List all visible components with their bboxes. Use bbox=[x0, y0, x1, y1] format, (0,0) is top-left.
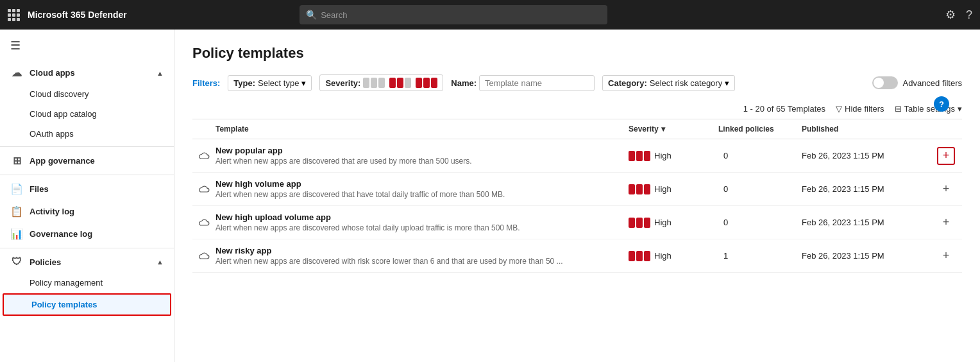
name-filter: Name: bbox=[451, 75, 595, 91]
row-template-desc: Alert when new apps are discovered that … bbox=[215, 190, 629, 199]
chevron-down-icon: ▾ bbox=[958, 104, 962, 114]
severity-indicator bbox=[629, 151, 650, 161]
category-filter-dropdown[interactable]: Category: Select risk category ▾ bbox=[602, 75, 735, 91]
row-cloud-icon bbox=[192, 151, 215, 160]
sev-bar-5 bbox=[397, 78, 403, 88]
row-linked-policies: 0 bbox=[718, 218, 802, 227]
severity-indicator bbox=[629, 184, 650, 194]
settings-icon[interactable]: ⚙ bbox=[945, 8, 956, 22]
advanced-toggle[interactable]: Advanced filters bbox=[872, 76, 963, 89]
divider-2 bbox=[0, 175, 174, 175]
row-template-name: New risky app bbox=[215, 246, 629, 255]
table-row: New risky app Alert when new apps are di… bbox=[192, 239, 962, 273]
row-severity: High bbox=[629, 151, 718, 161]
row-template-desc: Alert when new apps are discovered with … bbox=[215, 257, 629, 266]
sidebar-item-policies[interactable]: 🛡 Policies ▲ bbox=[0, 251, 174, 273]
sidebar-item-activity-log[interactable]: 📋 Activity log bbox=[0, 200, 174, 223]
col-linked-label: Linked policies bbox=[718, 125, 774, 134]
row-template-name: New high volume app bbox=[215, 179, 629, 189]
name-filter-input[interactable] bbox=[479, 75, 595, 91]
table-body: New popular app Alert when new apps are … bbox=[192, 139, 962, 273]
filters-row: Filters: Type: Select type ▾ Severity: bbox=[192, 74, 962, 91]
sidebar-item-cloud-app-catalog[interactable]: Cloud app catalog bbox=[0, 104, 174, 124]
sidebar-item-cloud-apps[interactable]: ☁ Cloud apps ▲ bbox=[0, 62, 174, 84]
create-policy-button[interactable]: + bbox=[937, 147, 955, 165]
sev-bar-4 bbox=[389, 78, 396, 88]
sidebar-section-label: Cloud apps bbox=[30, 68, 75, 78]
table-row: New popular app Alert when new apps are … bbox=[192, 139, 962, 173]
row-published-date: Feb 26, 2023 1:15 PM bbox=[802, 151, 930, 160]
col-linked-policies[interactable]: Linked policies bbox=[718, 125, 802, 134]
col-severity[interactable]: Severity ▾ bbox=[629, 125, 718, 134]
sev-bar-3 bbox=[378, 78, 385, 88]
sidebar: ☰ ☁ Cloud apps ▲ Cloud discovery Cloud a… bbox=[0, 30, 174, 362]
sev-bar-2 bbox=[371, 78, 377, 88]
col-published[interactable]: Published bbox=[802, 125, 930, 134]
sidebar-item-label: Cloud app catalog bbox=[30, 109, 97, 119]
sidebar-section-label: Activity log bbox=[30, 207, 74, 216]
sev-dot-1 bbox=[629, 218, 635, 228]
sidebar-item-governance-log[interactable]: 📊 Governance log bbox=[0, 223, 174, 245]
search-bar[interactable]: 🔍 bbox=[300, 5, 607, 24]
col-template[interactable]: Template bbox=[215, 125, 629, 134]
hide-filters-label: Hide filters bbox=[845, 104, 884, 114]
row-severity: High bbox=[629, 251, 718, 261]
col-severity-label: Severity bbox=[629, 125, 659, 134]
hide-filters-button[interactable]: ▽ Hide filters bbox=[836, 104, 884, 114]
row-template-desc: Alert when new apps are discovered whose… bbox=[215, 223, 629, 232]
sidebar-item-files[interactable]: 📄 Files bbox=[0, 178, 174, 200]
severity-indicator bbox=[629, 251, 650, 261]
sev-dot-1 bbox=[629, 251, 635, 261]
filter-icon: ▽ bbox=[836, 104, 842, 114]
table-settings-button[interactable]: ⊟ Table settings ▾ bbox=[895, 104, 963, 114]
advanced-toggle-label: Advanced filters bbox=[903, 78, 963, 88]
help-icon[interactable]: ? bbox=[966, 8, 972, 22]
sidebar-item-label: OAuth apps bbox=[30, 129, 74, 139]
sidebar-section-label: Files bbox=[30, 184, 49, 194]
sev-med-set[interactable] bbox=[389, 78, 411, 88]
sidebar-item-cloud-discovery[interactable]: Cloud discovery bbox=[0, 84, 174, 104]
create-policy-button[interactable]: + bbox=[937, 180, 955, 198]
hamburger-button[interactable]: ☰ bbox=[0, 30, 174, 62]
severity-text: High bbox=[654, 251, 672, 261]
sev-dot-3 bbox=[644, 184, 650, 194]
advanced-toggle-switch[interactable] bbox=[872, 76, 898, 89]
table-row: New high upload volume app Alert when ne… bbox=[192, 206, 962, 239]
severity-indicator bbox=[629, 218, 650, 228]
sidebar-item-policy-management[interactable]: Policy management bbox=[0, 273, 174, 293]
column-headers: Template Severity ▾ Linked policies Publ… bbox=[192, 119, 962, 139]
sev-bar-1 bbox=[363, 78, 369, 88]
activity-log-icon: 📋 bbox=[10, 205, 23, 218]
create-policy-button[interactable]: + bbox=[937, 214, 955, 232]
create-policy-button[interactable]: + bbox=[937, 247, 955, 265]
sev-bar-7 bbox=[416, 78, 422, 88]
sort-icon: ▾ bbox=[661, 125, 665, 134]
help-circle-button[interactable]: ? bbox=[934, 96, 949, 112]
sev-dot-3 bbox=[644, 151, 650, 161]
type-filter-label: Type: bbox=[233, 78, 255, 88]
sidebar-item-policy-templates[interactable]: Policy templates bbox=[3, 293, 171, 316]
sev-dot-2 bbox=[636, 184, 643, 194]
row-severity: High bbox=[629, 218, 718, 228]
row-action-cell: + bbox=[930, 214, 962, 232]
row-linked-policies: 1 bbox=[718, 251, 802, 261]
category-filter-label: Category: bbox=[608, 78, 647, 88]
row-action-cell: + bbox=[930, 180, 962, 198]
type-filter-dropdown[interactable]: Type: Select type ▾ bbox=[228, 75, 312, 91]
search-input[interactable] bbox=[321, 10, 601, 20]
sev-dot-2 bbox=[636, 151, 643, 161]
sev-high-set[interactable] bbox=[416, 78, 437, 88]
sidebar-item-app-governance[interactable]: ⊞ App governance bbox=[0, 150, 174, 172]
table-row: New high volume app Alert when new apps … bbox=[192, 173, 962, 206]
sidebar-item-oauth-apps[interactable]: OAuth apps bbox=[0, 124, 174, 144]
name-filter-label: Name: bbox=[451, 78, 477, 88]
sev-dot-1 bbox=[629, 184, 635, 194]
sidebar-item-label: Policy templates bbox=[31, 300, 97, 309]
sev-low-set[interactable] bbox=[363, 78, 385, 88]
templates-count: 1 - 20 of 65 Templates bbox=[743, 104, 825, 114]
severity-filter[interactable]: Severity: bbox=[319, 74, 443, 91]
severity-icons bbox=[363, 78, 437, 88]
app-grid-icon[interactable] bbox=[8, 9, 20, 21]
cloud-apps-icon: ☁ bbox=[10, 67, 23, 79]
governance-log-icon: 📊 bbox=[10, 228, 23, 240]
